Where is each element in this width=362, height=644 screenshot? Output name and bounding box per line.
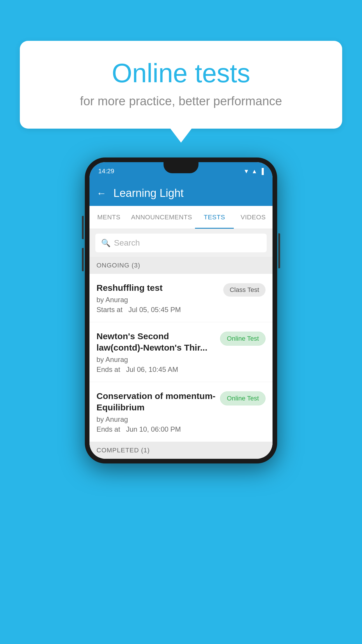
speech-bubble: Online tests for more practice, better p…	[20, 41, 342, 129]
test-title-2: Newton's Second law(contd)-Newton's Thir…	[96, 330, 215, 353]
completed-section-header: COMPLETED (1)	[89, 442, 273, 459]
test-badge-2: Online Test	[220, 332, 266, 346]
signal-icon: ▲	[252, 168, 257, 175]
test-time-label-2: Ends at	[96, 365, 120, 373]
test-time-value-3: Jun 10, 06:00 PM	[126, 425, 181, 433]
app-header: ← Learning Light	[89, 180, 273, 206]
test-item-1[interactable]: Reshuffling test by Anurag Starts at Jul…	[89, 274, 273, 322]
phone-notch	[164, 162, 198, 173]
tab-tests[interactable]: TESTS	[195, 206, 234, 229]
wifi-icon: ▼	[243, 168, 249, 175]
test-list: Reshuffling test by Anurag Starts at Jul…	[89, 274, 273, 442]
test-info-3: Conservation of momentum-Equilibrium by …	[96, 390, 220, 433]
phone-wrapper: 14:29 ▼ ▲ ▐ ← Learning Light MENTS ANNOU…	[85, 158, 277, 463]
speech-bubble-subtitle: for more practice, better performance	[43, 94, 319, 108]
app-title: Learning Light	[113, 187, 184, 200]
ongoing-section-header: ONGOING (3)	[89, 257, 273, 274]
test-info-2: Newton's Second law(contd)-Newton's Thir…	[96, 330, 220, 374]
phone-screen: 14:29 ▼ ▲ ▐ ← Learning Light MENTS ANNOU…	[89, 162, 273, 459]
test-item-2[interactable]: Newton's Second law(contd)-Newton's Thir…	[89, 322, 273, 382]
test-author-1: by Anurag	[96, 296, 219, 304]
test-time-label-3: Ends at	[96, 425, 120, 433]
speech-bubble-title: Online tests	[43, 58, 319, 88]
test-title-3: Conservation of momentum-Equilibrium	[96, 390, 215, 413]
search-icon: 🔍	[101, 239, 110, 248]
test-info-1: Reshuffling test by Anurag Starts at Jul…	[96, 282, 223, 314]
test-item-3[interactable]: Conservation of momentum-Equilibrium by …	[89, 382, 273, 442]
test-time-label-1: Starts at	[96, 306, 122, 314]
search-input[interactable]: Search	[114, 238, 140, 248]
test-time-1: Starts at Jul 05, 05:45 PM	[96, 306, 219, 314]
phone-volume-down-button	[82, 248, 84, 271]
tab-videos[interactable]: VIDEOS	[234, 206, 273, 229]
tab-announcements[interactable]: ANNOUNCEMENTS	[128, 206, 195, 229]
back-button[interactable]: ←	[96, 188, 106, 199]
search-container: 🔍 Search	[89, 229, 273, 257]
status-bar: 14:29 ▼ ▲ ▐	[89, 162, 273, 180]
test-author-3: by Anurag	[96, 415, 215, 424]
test-time-3: Ends at Jun 10, 06:00 PM	[96, 425, 215, 433]
battery-icon: ▐	[260, 168, 264, 175]
tabs-bar: MENTS ANNOUNCEMENTS TESTS VIDEOS	[89, 206, 273, 229]
speech-bubble-container: Online tests for more practice, better p…	[20, 41, 342, 129]
test-time-value-1: Jul 05, 05:45 PM	[128, 306, 181, 314]
tab-ments[interactable]: MENTS	[89, 206, 128, 229]
test-badge-1: Class Test	[223, 283, 266, 297]
status-time: 14:29	[98, 167, 114, 175]
status-icons: ▼ ▲ ▐	[243, 168, 264, 175]
test-author-2: by Anurag	[96, 356, 215, 364]
phone-frame: 14:29 ▼ ▲ ▐ ← Learning Light MENTS ANNOU…	[85, 158, 277, 463]
phone-power-button	[278, 233, 280, 268]
test-badge-3: Online Test	[220, 391, 266, 405]
test-title-1: Reshuffling test	[96, 282, 219, 293]
test-time-value-2: Jul 06, 10:45 AM	[126, 365, 178, 373]
search-box[interactable]: 🔍 Search	[95, 234, 267, 252]
phone-volume-up-button	[82, 216, 84, 239]
test-time-2: Ends at Jul 06, 10:45 AM	[96, 365, 215, 374]
